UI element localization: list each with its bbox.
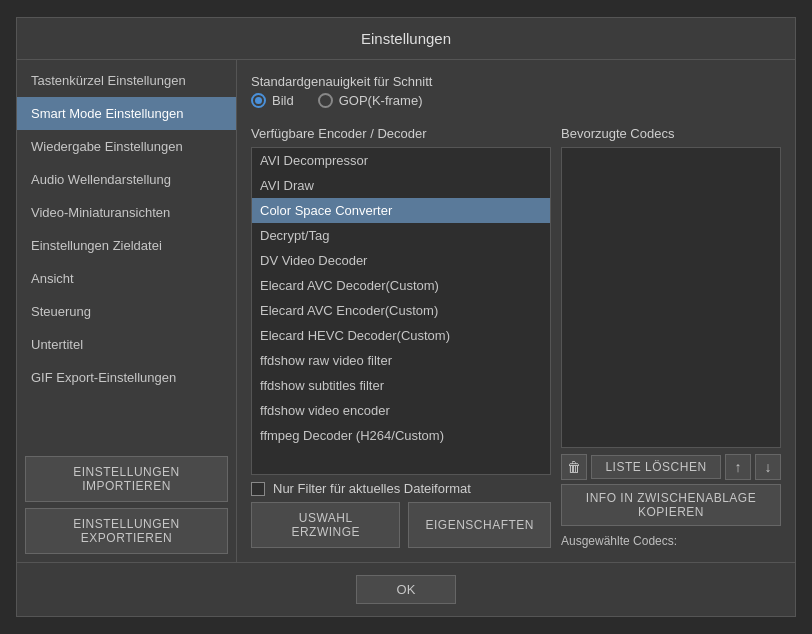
- two-panel: Verfügbare Encoder / Decoder AVI Decompr…: [251, 126, 781, 548]
- encoder-panel: Verfügbare Encoder / Decoder AVI Decompr…: [251, 126, 551, 548]
- radio-bild-circle: [251, 93, 266, 108]
- trash-icon: 🗑: [567, 459, 581, 475]
- precision-label: Standardgenauigkeit für Schnitt: [251, 74, 781, 89]
- up-button[interactable]: ↑: [725, 454, 751, 480]
- filter-checkbox[interactable]: [251, 482, 265, 496]
- delete-list-button[interactable]: LISTE LÖSCHEN: [591, 455, 721, 479]
- preferred-controls: 🗑 LISTE LÖSCHEN ↑ ↓ INFO IN ZWISCHENABLA…: [561, 454, 781, 548]
- sidebar-item-einstellungen-ziel[interactable]: Einstellungen Zieldatei: [17, 229, 236, 262]
- list-item[interactable]: Elecard AVC Encoder(Custom): [252, 298, 550, 323]
- filter-label: Nur Filter für aktuelles Dateiformat: [273, 481, 471, 496]
- list-item[interactable]: DV Video Decoder: [252, 248, 550, 273]
- list-item[interactable]: AVI Draw: [252, 173, 550, 198]
- encoder-bottom-buttons: USWAHL ERZWINGE EIGENSCHAFTEN: [251, 502, 551, 548]
- sidebar-item-ansicht[interactable]: Ansicht: [17, 262, 236, 295]
- ok-button[interactable]: OK: [356, 575, 457, 604]
- radio-bild[interactable]: Bild: [251, 93, 294, 108]
- radio-bild-label: Bild: [272, 93, 294, 108]
- list-item[interactable]: ffdshow video encoder: [252, 398, 550, 423]
- trash-icon-button[interactable]: 🗑: [561, 454, 587, 480]
- preferred-row1: 🗑 LISTE LÖSCHEN ↑ ↓: [561, 454, 781, 480]
- sidebar-item-tastenkuerzel[interactable]: Tastenkürzel Einstellungen: [17, 64, 236, 97]
- radio-gop-circle: [318, 93, 333, 108]
- preferred-panel: Bevorzugte Codecs 🗑 LISTE LÖSCHEN ↑: [561, 126, 781, 548]
- settings-dialog: Einstellungen Tastenkürzel Einstellungen…: [16, 17, 796, 617]
- import-settings-button[interactable]: EINSTELLUNGEN IMPORTIEREN: [25, 456, 228, 502]
- radio-gop[interactable]: GOP(K-frame): [318, 93, 423, 108]
- down-icon: ↓: [765, 459, 772, 475]
- list-item-selected[interactable]: Color Space Converter: [252, 198, 550, 223]
- sidebar-item-gif-export[interactable]: GIF Export-Einstellungen: [17, 361, 236, 394]
- sidebar-item-audio-wellen[interactable]: Audio Wellendarstellung: [17, 163, 236, 196]
- list-item[interactable]: Decrypt/Tag: [252, 223, 550, 248]
- sidebar-bottom-buttons: EINSTELLUNGEN IMPORTIEREN EINSTELLUNGEN …: [17, 448, 236, 562]
- list-item[interactable]: ffdshow subtitles filter: [252, 373, 550, 398]
- up-icon: ↑: [735, 459, 742, 475]
- export-settings-button[interactable]: EINSTELLUNGEN EXPORTIEREN: [25, 508, 228, 554]
- radio-group: Bild GOP(K-frame): [251, 93, 781, 108]
- sidebar-item-untertitel[interactable]: Untertitel: [17, 328, 236, 361]
- force-selection-button[interactable]: USWAHL ERZWINGE: [251, 502, 400, 548]
- encoder-list[interactable]: AVI Decompressor AVI Draw Color Space Co…: [251, 147, 551, 475]
- list-item[interactable]: AVI Decompressor: [252, 148, 550, 173]
- sidebar: Tastenkürzel Einstellungen Smart Mode Ei…: [17, 60, 237, 562]
- radio-gop-label: GOP(K-frame): [339, 93, 423, 108]
- list-item[interactable]: ffmpeg Decoder (H264/Custom): [252, 423, 550, 448]
- down-button[interactable]: ↓: [755, 454, 781, 480]
- dialog-footer: OK: [17, 562, 795, 616]
- sidebar-item-smart-mode[interactable]: Smart Mode Einstellungen: [17, 97, 236, 130]
- list-item[interactable]: ffdshow raw video filter: [252, 348, 550, 373]
- properties-button[interactable]: EIGENSCHAFTEN: [408, 502, 551, 548]
- dialog-body: Tastenkürzel Einstellungen Smart Mode Ei…: [17, 60, 795, 562]
- list-item[interactable]: Elecard AVC Decoder(Custom): [252, 273, 550, 298]
- encoder-panel-label: Verfügbare Encoder / Decoder: [251, 126, 551, 141]
- copy-info-button[interactable]: INFO IN ZWISCHENABLAGE KOPIEREN: [561, 484, 781, 526]
- main-content: Standardgenauigkeit für Schnitt Bild GOP…: [237, 60, 795, 562]
- sidebar-item-steuerung[interactable]: Steuerung: [17, 295, 236, 328]
- dialog-title: Einstellungen: [17, 18, 795, 60]
- preferred-list[interactable]: [561, 147, 781, 448]
- selected-codecs-label: Ausgewählte Codecs:: [561, 534, 781, 548]
- filter-row: Nur Filter für aktuelles Dateiformat: [251, 481, 551, 496]
- sidebar-item-video-mini[interactable]: Video-Miniaturansichten: [17, 196, 236, 229]
- list-item[interactable]: Elecard HEVC Decoder(Custom): [252, 323, 550, 348]
- sidebar-item-wiedergabe[interactable]: Wiedergabe Einstellungen: [17, 130, 236, 163]
- preferred-panel-label: Bevorzugte Codecs: [561, 126, 781, 141]
- precision-section: Standardgenauigkeit für Schnitt Bild GOP…: [251, 74, 781, 116]
